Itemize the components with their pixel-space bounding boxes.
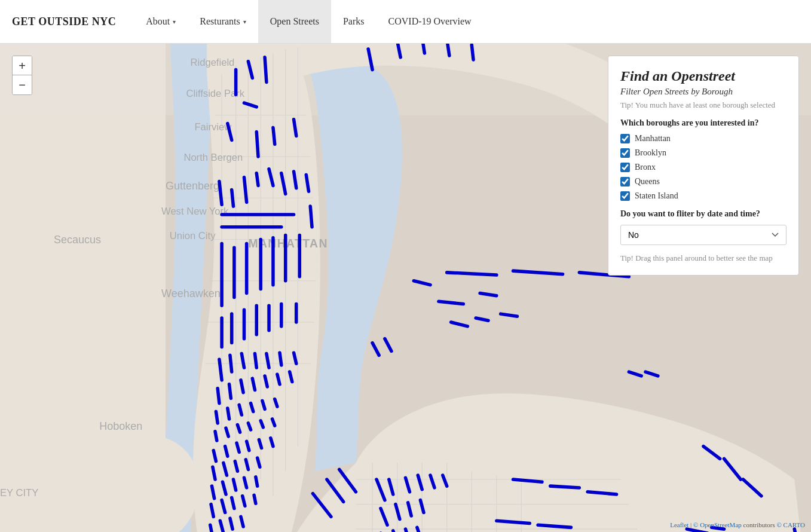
osm-link[interactable]: © OpenStreetMap (693, 521, 742, 528)
checkbox-staten-island-input[interactable] (620, 191, 630, 201)
svg-text:West New York: West New York (161, 206, 229, 217)
nav-brand: GET OUTSIDE NYC (12, 16, 116, 28)
side-panel: Find an Openstreet Filter Open Streets b… (608, 56, 799, 276)
zoom-in-button[interactable]: + (13, 56, 32, 75)
svg-line-45 (273, 128, 275, 145)
svg-line-48 (232, 189, 234, 206)
checkbox-brooklyn-input[interactable] (620, 148, 630, 158)
svg-line-55 (310, 206, 312, 227)
svg-line-41 (265, 57, 267, 82)
checkbox-bronx-label: Bronx (635, 163, 656, 172)
zoom-controls: + − (12, 56, 32, 95)
restaurants-chevron-icon: ▾ (243, 19, 246, 25)
svg-text:Union City: Union City (170, 230, 216, 241)
panel-title: Find an Openstreet (620, 68, 786, 84)
nav-item-about[interactable]: About ▾ (134, 0, 188, 43)
checkbox-brooklyn: Brooklyn (620, 148, 786, 158)
checkbox-staten-island-label: Staten Island (635, 191, 678, 201)
checkbox-manhattan: Manhattan (620, 134, 786, 143)
checkbox-bronx-input[interactable] (620, 163, 630, 172)
nav-item-covid[interactable]: COVID-19 Overview (377, 0, 483, 43)
svg-text:Secaucus: Secaucus (54, 234, 101, 246)
checkbox-queens-label: Queens (635, 177, 660, 186)
contributors-text: contributors (743, 521, 777, 528)
leaflet-link[interactable]: Leaflet (670, 521, 688, 528)
carto-link[interactable]: © CARTO (776, 521, 805, 528)
checkbox-queens-input[interactable] (620, 177, 630, 186)
svg-line-44 (256, 132, 258, 157)
svg-line-137 (472, 45, 473, 60)
svg-line-189 (550, 486, 579, 488)
svg-text:Hoboken: Hoboken (99, 420, 142, 432)
nav-item-open-streets[interactable]: Open Streets (258, 0, 331, 43)
svg-text:Ridgefield: Ridgefield (190, 57, 234, 68)
svg-line-75 (255, 354, 256, 368)
navbar: GET OUTSIDE NYC About ▾ Resturants ▾ Ope… (0, 0, 811, 44)
svg-text:North Bergen: North Bergen (183, 152, 243, 163)
panel-tip: Tip! You much have at least one borough … (620, 100, 786, 110)
borough-question: Which boroughs are you interested in? (620, 118, 786, 128)
svg-line-80 (229, 384, 231, 399)
checkbox-manhattan-input[interactable] (620, 134, 630, 143)
checkbox-manhattan-label: Manhattan (635, 134, 671, 143)
svg-line-92 (215, 432, 217, 441)
svg-line-87 (228, 408, 229, 419)
drag-tip: Tip! Drag this panel around to better se… (620, 253, 786, 263)
svg-line-94 (237, 425, 240, 432)
checkbox-bronx: Bronx (620, 163, 786, 172)
date-question: Do you want to fliter by date and time? (620, 209, 786, 219)
date-filter-select[interactable]: No Yes (620, 225, 786, 245)
svg-line-95 (248, 423, 250, 430)
nav-items: About ▾ Resturants ▾ Open Streets Parks … (134, 0, 483, 43)
checkbox-brooklyn-label: Brooklyn (635, 148, 666, 158)
svg-line-86 (216, 412, 218, 423)
map-attribution: Leaflet | © OpenStreetMap contributors ©… (670, 521, 805, 528)
svg-line-77 (280, 353, 281, 365)
svg-line-97 (273, 419, 275, 426)
svg-line-118 (254, 495, 256, 503)
svg-line-79 (218, 389, 219, 403)
checkbox-queens: Queens (620, 177, 786, 186)
checkbox-staten-island: Staten Island (620, 191, 786, 201)
svg-text:EY CITY: EY CITY (0, 487, 38, 499)
svg-line-50 (256, 173, 258, 186)
svg-line-96 (261, 421, 263, 427)
map-container[interactable]: Secaucus Guttenberg West New York Union … (0, 44, 811, 532)
svg-text:Weehawken: Weehawken (161, 288, 221, 299)
svg-line-73 (230, 355, 232, 372)
nav-item-parks[interactable]: Parks (331, 0, 377, 43)
panel-subtitle: Filter Open Streets by Borough (620, 87, 786, 97)
nav-item-restaurants[interactable]: Resturants ▾ (188, 0, 258, 43)
svg-line-113 (256, 477, 258, 486)
svg-text:Guttenberg: Guttenberg (166, 180, 219, 192)
about-chevron-icon: ▾ (173, 19, 176, 25)
zoom-out-button[interactable]: − (13, 75, 32, 94)
svg-line-91 (275, 399, 277, 406)
